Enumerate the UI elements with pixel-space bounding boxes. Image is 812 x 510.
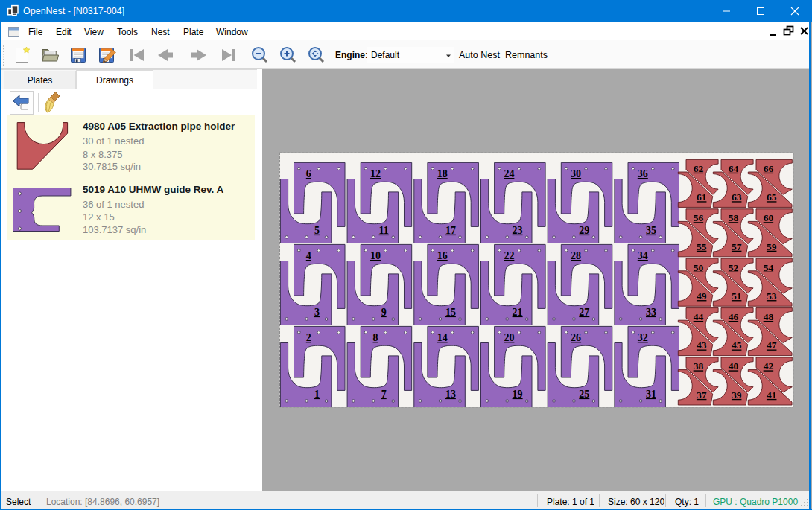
- svg-text:13: 13: [445, 389, 456, 400]
- svg-text:1: 1: [314, 389, 320, 400]
- svg-text:44: 44: [694, 311, 704, 322]
- svg-text:29: 29: [579, 225, 589, 236]
- svg-text:24: 24: [504, 168, 514, 179]
- svg-text:47: 47: [767, 340, 777, 351]
- svg-text:34: 34: [638, 250, 648, 261]
- svg-text:55: 55: [697, 241, 707, 252]
- svg-text:56: 56: [694, 212, 704, 223]
- svg-text:2: 2: [306, 332, 311, 343]
- svg-text:17: 17: [445, 225, 456, 236]
- svg-text:23: 23: [513, 225, 523, 236]
- svg-text:11: 11: [379, 225, 389, 236]
- svg-text:15: 15: [445, 307, 456, 318]
- svg-text:49: 49: [697, 290, 707, 302]
- svg-text:6: 6: [306, 168, 311, 179]
- svg-text:21: 21: [513, 307, 523, 318]
- svg-text:58: 58: [729, 212, 739, 223]
- svg-text:18: 18: [437, 168, 448, 179]
- svg-text:19: 19: [513, 389, 523, 400]
- svg-text:66: 66: [764, 163, 774, 174]
- svg-text:38: 38: [694, 360, 704, 372]
- svg-text:20: 20: [504, 332, 514, 343]
- svg-text:33: 33: [646, 307, 656, 318]
- svg-text:12: 12: [370, 168, 381, 179]
- svg-text:28: 28: [571, 250, 581, 261]
- svg-text:64: 64: [729, 163, 739, 174]
- svg-text:60: 60: [764, 212, 774, 223]
- svg-text:50: 50: [694, 262, 704, 273]
- svg-text:65: 65: [767, 191, 777, 203]
- svg-text:41: 41: [767, 389, 777, 401]
- svg-text:48: 48: [764, 311, 774, 322]
- svg-text:51: 51: [732, 290, 742, 302]
- svg-text:52: 52: [729, 262, 739, 273]
- svg-text:42: 42: [764, 360, 774, 372]
- svg-text:53: 53: [767, 290, 777, 302]
- svg-text:32: 32: [638, 332, 648, 343]
- svg-text:30: 30: [571, 168, 581, 179]
- svg-text:40: 40: [729, 360, 739, 372]
- svg-text:22: 22: [504, 250, 514, 261]
- svg-text:43: 43: [697, 340, 707, 351]
- svg-text:57: 57: [732, 241, 742, 252]
- svg-text:31: 31: [646, 389, 656, 400]
- svg-text:3: 3: [314, 307, 320, 318]
- svg-text:45: 45: [732, 340, 742, 351]
- svg-text:36: 36: [638, 168, 648, 179]
- svg-text:5: 5: [314, 225, 320, 236]
- svg-text:4: 4: [306, 250, 311, 261]
- svg-text:39: 39: [732, 389, 742, 401]
- svg-text:16: 16: [437, 250, 448, 261]
- svg-text:35: 35: [646, 225, 656, 236]
- svg-text:61: 61: [697, 191, 707, 203]
- svg-text:9: 9: [381, 307, 387, 318]
- svg-text:59: 59: [767, 241, 777, 252]
- svg-text:7: 7: [381, 389, 387, 400]
- svg-text:37: 37: [697, 389, 707, 401]
- svg-text:54: 54: [764, 262, 774, 273]
- svg-text:46: 46: [729, 311, 739, 322]
- svg-text:62: 62: [694, 163, 704, 174]
- svg-text:14: 14: [437, 332, 448, 343]
- svg-text:25: 25: [579, 389, 589, 400]
- svg-text:63: 63: [732, 191, 742, 203]
- svg-text:10: 10: [370, 250, 381, 261]
- svg-text:8: 8: [373, 332, 378, 343]
- svg-text:26: 26: [571, 332, 581, 343]
- svg-text:27: 27: [579, 307, 589, 318]
